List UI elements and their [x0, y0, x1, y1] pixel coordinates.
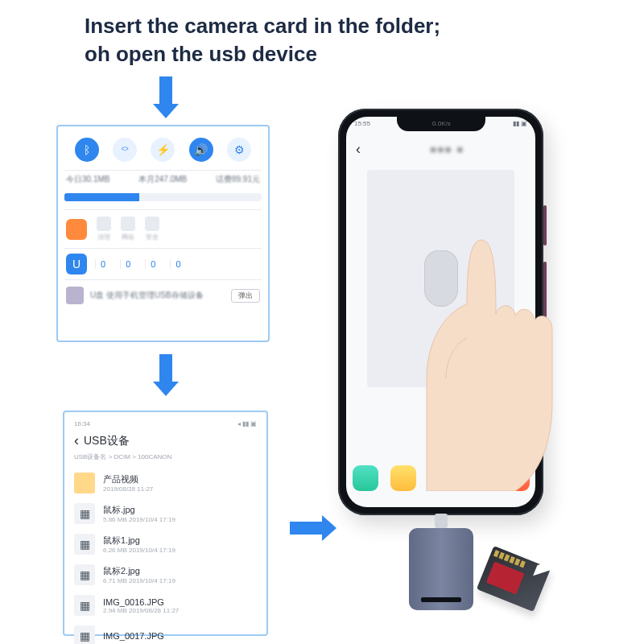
file-meta: 2.94 MB 2019/08/28 11:27 [103, 607, 179, 614]
dock-app-3[interactable] [428, 465, 454, 491]
dock-app-4[interactable] [466, 465, 492, 491]
file-browser-title: USB设备 [84, 434, 130, 448]
u-row: U 0 0 0 0 [64, 248, 262, 279]
sound-icon[interactable]: 🔊 [189, 138, 213, 162]
image-file-icon: ▦ [74, 534, 95, 555]
dock-app-5[interactable] [504, 465, 530, 491]
headline-line1: Insert the camera card in the folder; [85, 12, 440, 40]
phone-status-bar: 15:55 0.0K/s ▮▮ ▣ [354, 120, 527, 127]
volume-button[interactable] [543, 205, 547, 246]
status-icons: ◂ ▮▮ ▣ [237, 420, 257, 427]
back-icon[interactable]: ‹ [74, 432, 79, 449]
count-3: 0 [170, 259, 185, 269]
network-app[interactable]: 网络 [121, 217, 135, 242]
instruction-headline: Insert the camera card in the folder; oh… [85, 12, 440, 68]
u-icon[interactable]: U [66, 254, 87, 275]
count-0: 0 [95, 259, 110, 269]
counts: 0 0 0 0 [95, 259, 186, 269]
usb-device-label: U盘 使用手机管理USB存储设备 [90, 290, 204, 301]
phone-back-icon[interactable]: ‹ [356, 141, 361, 158]
card-reader [409, 514, 473, 610]
phone-battery-icon: ▮▮ ▣ [513, 120, 527, 127]
file-browser-panel: 16:34 ◂ ▮▮ ▣ ‹ USB设备 USB设备名 > DCIM > 100… [63, 411, 268, 636]
file-name: 鼠标1.jpg [103, 535, 175, 547]
phone-nav: ‹ ■■■ ■ [346, 138, 535, 161]
eject-button[interactable]: 弹出 [231, 289, 260, 303]
sd-slot [421, 597, 461, 602]
file-row[interactable]: ▦鼠标2.jpg6.71 MB 2019/10/4 17:19 [74, 559, 257, 590]
headline-line2: oh open the usb device [85, 40, 440, 68]
file-name: 鼠标2.jpg [103, 565, 175, 577]
arrow-down-2 [153, 354, 179, 396]
file-meta: 6.26 MB 2019/10/4 17:19 [103, 547, 175, 554]
settings-icon[interactable]: ⚙ [227, 138, 251, 162]
file-list: 产品视频2019/08/28 11:27▦鼠标.jpg5.86 MB 2019/… [74, 468, 257, 644]
file-name: IMG_0016.JPG [103, 597, 179, 607]
power-button[interactable] [543, 262, 547, 334]
image-preview[interactable] [367, 170, 514, 387]
arrow-right [290, 515, 336, 541]
count-1: 0 [120, 259, 135, 269]
sd-card-label [486, 562, 525, 595]
folder-icon [74, 473, 95, 493]
usage-progress [64, 193, 262, 201]
phone-frame: 15:55 0.0K/s ▮▮ ▣ ‹ ■■■ ■ [338, 109, 543, 515]
data-usage-row: 今日30.1MB 本月247.0MB 话费89.91元 [64, 171, 262, 188]
phone-net: 0.0K/s [432, 120, 451, 127]
flashlight-icon[interactable]: ⚡ [151, 138, 175, 162]
usage-balance: 话费89.91元 [216, 174, 260, 185]
file-name: 产品视频 [103, 473, 153, 485]
mouse-photo [424, 250, 458, 307]
apps-row: 清理 网络 安全 [64, 209, 262, 248]
wifi-icon[interactable]: ⌔ [113, 138, 137, 162]
status-time: 16:34 [74, 420, 90, 427]
status-bar: 16:34 ◂ ▮▮ ▣ [74, 420, 257, 427]
count-2: 0 [145, 259, 160, 269]
file-row[interactable]: ▦鼠标.jpg5.86 MB 2019/10/4 17:19 [74, 498, 257, 529]
file-row[interactable]: ▦IMG_0016.JPG2.94 MB 2019/08/28 11:27 [74, 590, 257, 621]
file-row[interactable]: ▦鼠标1.jpg6.26 MB 2019/10/4 17:19 [74, 529, 257, 559]
breadcrumb[interactable]: USB设备名 > DCIM > 100CANON [74, 452, 257, 461]
bluetooth-icon[interactable]: ᛒ [75, 138, 99, 162]
app-tile-orange[interactable] [66, 219, 87, 240]
file-meta: 5.86 MB 2019/10/4 17:19 [103, 516, 175, 523]
dock-app-1[interactable] [353, 465, 378, 491]
file-browser-header: ‹ USB设备 [74, 432, 257, 449]
usage-month: 本月247.0MB [138, 174, 187, 185]
phone-time: 15:55 [354, 120, 370, 127]
file-meta: 2019/08/28 11:27 [103, 485, 153, 493]
sd-card [477, 546, 551, 612]
file-name: IMG_0017.JPG [103, 631, 164, 641]
cleanup-app[interactable]: 清理 [97, 217, 111, 242]
image-file-icon: ▦ [74, 503, 95, 524]
quick-settings-row: ᛒ ⌔ ⚡ 🔊 ⚙ [64, 133, 262, 171]
dock-app-2[interactable] [390, 465, 416, 491]
phone-screen: 15:55 0.0K/s ▮▮ ▣ ‹ ■■■ ■ [346, 117, 535, 507]
file-row[interactable]: ▦IMG_0017.JPG [74, 621, 257, 644]
file-row[interactable]: 产品视频2019/08/28 11:27 [74, 468, 257, 498]
file-name: 鼠标.jpg [103, 504, 175, 516]
phone-dock [346, 465, 535, 491]
image-file-icon: ▦ [74, 564, 95, 585]
phone-title: ■■■ ■ [369, 144, 526, 155]
control-center-panel: ᛒ ⌔ ⚡ 🔊 ⚙ 今日30.1MB 本月247.0MB 话费89.91元 清理… [56, 125, 270, 342]
image-file-icon: ▦ [74, 625, 95, 644]
usb-device-icon [66, 287, 84, 304]
file-meta: 6.71 MB 2019/10/4 17:19 [103, 577, 175, 584]
usage-today: 今日30.1MB [66, 174, 109, 185]
image-file-icon: ▦ [74, 595, 95, 616]
arrow-down-1 [153, 76, 179, 118]
security-app[interactable]: 安全 [145, 217, 159, 242]
usb-device-row[interactable]: U盘 使用手机管理USB存储设备 弹出 [64, 279, 262, 311]
